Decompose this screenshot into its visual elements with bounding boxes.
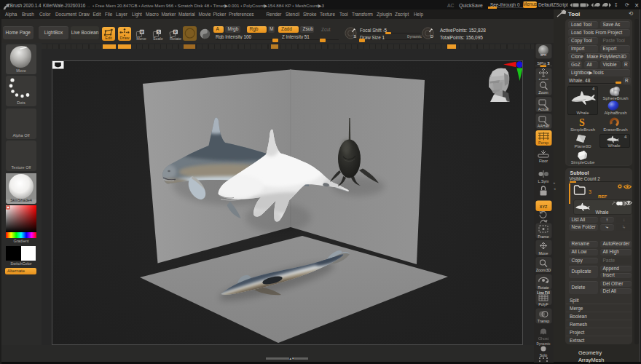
svg-text:PolyF: PolyF (538, 302, 548, 306)
svg-text:S: S (353, 34, 356, 39)
svg-text:Zoom3D: Zoom3D (536, 268, 551, 272)
svg-text:Frame: Frame (538, 234, 548, 239)
svg-text:XYZ: XYZ (540, 205, 548, 209)
svg-text:Floor: Floor (539, 159, 548, 163)
svg-text:Dynamic: Dynamic (536, 342, 551, 346)
svg-text:Draw: Draw (119, 36, 129, 40)
svg-text:Ghost: Ghost (538, 336, 549, 341)
svg-text:Move: Move (539, 251, 548, 256)
svg-text:Edit: Edit (105, 36, 112, 40)
svg-text:R: R (174, 30, 177, 34)
svg-text:Actual: Actual (538, 107, 549, 111)
svg-text:Persp: Persp (538, 141, 548, 145)
svg-text:AAHalf: AAHalf (538, 124, 550, 128)
svg-text:S: S (579, 117, 585, 127)
svg-text:Transp: Transp (538, 319, 549, 323)
svg-text:Rotate: Rotate (538, 285, 549, 290)
svg-text:SPix 3: SPix 3 (537, 61, 550, 66)
svg-text:Solo: Solo (540, 353, 548, 357)
svg-text:L.Sym: L.Sym (538, 179, 549, 183)
svg-text:Line Fill: Line Fill (537, 291, 549, 295)
svg-text:Zoom: Zoom (538, 90, 548, 95)
svg-text:BPR: BPR (540, 53, 546, 57)
svg-text:M: M (141, 30, 143, 34)
svg-text:D: D (430, 34, 434, 39)
